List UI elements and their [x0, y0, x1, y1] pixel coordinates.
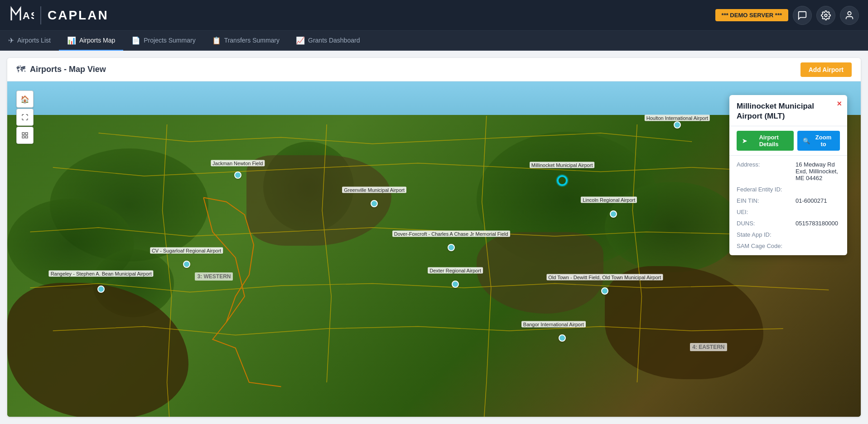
popup-duns-label: DUNS: [737, 220, 796, 227]
airport-dot-jackman[interactable] [234, 172, 241, 179]
airport-popup: Millinocket Municipal Airport (MLT) × ➤ … [729, 95, 847, 255]
logo-nas: AS [9, 5, 34, 26]
popup-federal-id-row: Federal Entity ID: [737, 186, 840, 193]
popup-ein-value: 01-6000271 [796, 197, 827, 204]
popup-sam-cage-label: SAM Cage Code: [737, 243, 796, 249]
nav-airports-list-label: Airports List [17, 37, 51, 44]
airports-list-icon: ✈ [8, 36, 14, 45]
svg-rect-3 [22, 133, 24, 135]
airport-dot-millinocket[interactable] [557, 175, 568, 186]
airport-dot-lincoln[interactable] [610, 210, 617, 218]
settings-icon-btn[interactable] [816, 6, 835, 25]
nav-transfers-summary[interactable]: 📋 Transfers Summary [204, 31, 288, 51]
header-right: *** DEMO SERVER *** [715, 6, 859, 25]
airport-dot-dexter[interactable] [452, 281, 459, 288]
zone-eastern-label: 4: EASTERN [690, 343, 727, 351]
user-icon-btn[interactable] [840, 6, 859, 25]
airport-dot-houlton[interactable] [674, 121, 681, 129]
nav-projects-summary[interactable]: 📄 Projects Summary [123, 31, 203, 51]
zoom-to-button[interactable]: 🔍 Zoom to [797, 131, 840, 151]
map-controls: 🏠 [16, 91, 34, 144]
airport-details-button[interactable]: ➤ Airport Details [737, 131, 794, 151]
airport-dot-rangeley[interactable] [97, 286, 105, 293]
svg-rect-4 [25, 133, 28, 135]
popup-state-app-row: State App ID: [737, 231, 840, 238]
popup-title: Millinocket Municipal Airport (MLT) [737, 101, 840, 121]
demo-badge: *** DEMO SERVER *** [715, 9, 788, 21]
zone-western-label: 3: WESTERN [195, 272, 233, 281]
airport-dot-greenville[interactable] [371, 200, 378, 207]
popup-address-label: Address: [737, 161, 796, 181]
nav-transfers-summary-label: Transfers Summary [224, 37, 280, 44]
main-content: 🗺 Airports - Map View Add Airport [0, 51, 868, 424]
airport-details-label: Airport Details [749, 134, 788, 148]
popup-close-button[interactable]: × [837, 100, 842, 108]
popup-federal-id-label: Federal Entity ID: [737, 186, 796, 193]
map-home-button[interactable]: 🏠 [16, 91, 34, 108]
logo-area: AS CAPLAN [9, 5, 109, 26]
popup-state-app-label: State App ID: [737, 231, 796, 238]
popup-uei-row: UEI: [737, 209, 840, 215]
nav-airports-map[interactable]: 📊 Airports Map [59, 31, 123, 51]
map-title-icon: 🗺 [16, 64, 25, 75]
popup-address-row: Address: 16 Medway Rd Exd, Millinocket, … [737, 161, 840, 181]
map-container[interactable]: 🏠 3: WESTERN 4: EASTERN [7, 81, 861, 417]
svg-rect-6 [22, 136, 24, 138]
map-fullscreen-button[interactable] [16, 109, 34, 126]
zoom-to-label: Zoom to [812, 134, 834, 148]
popup-duns-row: DUNS: 0515783180000 [737, 220, 840, 227]
map-card: 🗺 Airports - Map View Add Airport [7, 58, 861, 417]
popup-ein-label: EIN TIN: [737, 197, 796, 204]
navigation: ✈ Airports List 📊 Airports Map 📄 Project… [0, 31, 868, 51]
add-airport-button[interactable]: Add Airport [800, 62, 852, 77]
popup-header: Millinocket Municipal Airport (MLT) × [729, 95, 847, 126]
airport-dot-old-town[interactable] [601, 287, 608, 295]
nav-projects-summary-label: Projects Summary [144, 37, 195, 44]
airports-map-icon: 📊 [67, 36, 76, 45]
transfers-summary-icon: 📋 [212, 36, 221, 45]
projects-summary-icon: 📄 [131, 36, 140, 45]
popup-uei-label: UEI: [737, 209, 796, 215]
chat-icon-btn[interactable] [793, 6, 812, 25]
nav-airports-list[interactable]: ✈ Airports List [0, 31, 59, 51]
map-title-area: 🗺 Airports - Map View [16, 64, 106, 75]
nav-airports-map-label: Airports Map [79, 37, 115, 44]
svg-text:AS: AS [23, 10, 34, 21]
airport-dot-dover[interactable] [448, 244, 455, 251]
nav-grants-dashboard[interactable]: 📈 Grants Dashboard [288, 31, 368, 51]
header: AS CAPLAN *** DEMO SERVER *** [0, 0, 868, 31]
popup-actions: ➤ Airport Details 🔍 Zoom to [729, 126, 847, 156]
logo-divider [40, 6, 41, 24]
popup-sam-cage-row: SAM Cage Code: [737, 243, 840, 249]
nav-grants-dashboard-label: Grants Dashboard [308, 37, 360, 44]
svg-rect-5 [25, 136, 28, 138]
grants-dashboard-icon: 📈 [296, 36, 305, 45]
arrow-right-icon: ➤ [742, 138, 747, 144]
airport-dot-cv[interactable] [183, 261, 190, 268]
popup-duns-value: 0515783180000 [796, 220, 838, 227]
zoom-icon: 🔍 [803, 138, 810, 144]
logo-caplan: CAPLAN [48, 8, 109, 23]
svg-point-2 [848, 11, 851, 14]
map-header: 🗺 Airports - Map View Add Airport [7, 58, 861, 81]
svg-point-1 [825, 14, 827, 17]
airport-dot-bangor[interactable] [559, 334, 566, 342]
popup-address-value: 16 Medway Rd Exd, Millinocket, ME 04462 [796, 161, 840, 181]
popup-body: Address: 16 Medway Rd Exd, Millinocket, … [729, 156, 847, 255]
map-layers-button[interactable] [16, 127, 34, 144]
popup-ein-row: EIN TIN: 01-6000271 [737, 197, 840, 204]
map-title: Airports - Map View [30, 65, 106, 74]
